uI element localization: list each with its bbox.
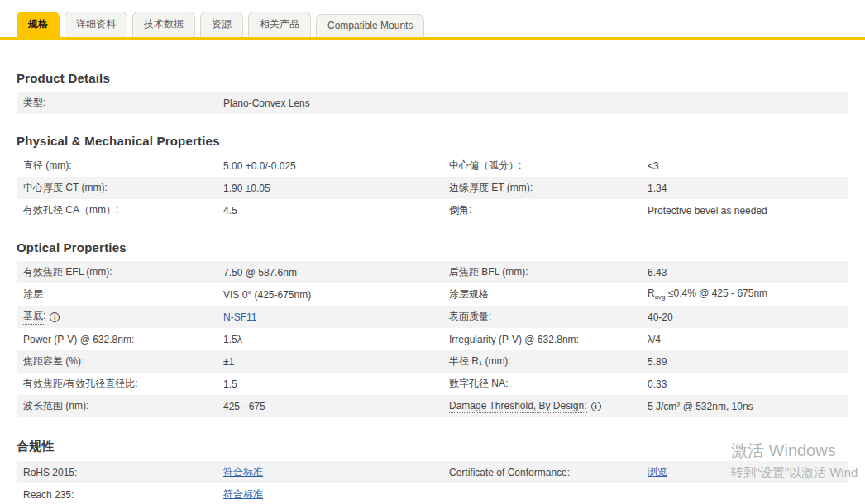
spec-content: Product Details 类型: Plano-Convex Lens Ph…: [0, 71, 865, 504]
spec-value: 6.43: [648, 267, 667, 278]
spec-value-coating-spec: Ravg ≤0.4% @ 425 - 675nm: [648, 288, 767, 301]
info-icon[interactable]: [591, 402, 601, 411]
spec-label: 直径 (mm):: [17, 159, 223, 173]
spec-label: 焦距容差 (%):: [17, 354, 223, 368]
spec-label: 半径 R₁ (mm):: [449, 354, 648, 368]
spec-label: 波长范围 (nm):: [17, 399, 223, 413]
spec-label: 数字孔径 NA:: [449, 377, 648, 391]
spec-label: Certificate of Conformance:: [449, 467, 648, 478]
table-row: 波长范围 (nm): 425 - 675 Damage Threshold, B…: [17, 395, 848, 417]
table-row: 有效焦距 EFL (mm): 7.50 @ 587.6nm 后焦距 BFL (m…: [17, 261, 848, 283]
spec-label: 涂层:: [17, 288, 223, 302]
table-row: Reach 235: 符合标准: [17, 483, 848, 504]
tab-compatible-mounts[interactable]: Compatible Mounts: [316, 14, 424, 37]
spec-label: Damage Threshold, By Design:: [449, 400, 648, 413]
spec-label: 中心厚度 CT (mm):: [17, 181, 223, 195]
spec-label: 边缘厚度 ET (mm):: [449, 181, 648, 195]
substrate-label-tooltip[interactable]: 基底:: [23, 309, 45, 325]
spec-value: ±1: [223, 356, 234, 368]
spec-value: 40-20: [648, 311, 673, 323]
spec-value: 1.90 ±0.05: [223, 183, 270, 194]
spec-label: 表面质量:: [449, 310, 648, 324]
spec-label: Reach 235:: [17, 489, 223, 501]
spec-label: 有效孔径 CA（mm）:: [17, 203, 223, 217]
spec-value: 425 - 675: [223, 401, 265, 412]
table-row: 有效焦距/有效孔径直径比: 1.5 数字孔径 NA: 0.33: [17, 373, 848, 395]
spec-value: 5.89: [648, 356, 667, 368]
certificate-view-link[interactable]: 浏览: [648, 465, 667, 479]
compliance-table: RoHS 2015: 符合标准 Certificate of Conforman…: [17, 461, 848, 504]
table-row: 基底: N-SF11 表面质量: 40-20: [17, 306, 848, 328]
section-title-optical: Optical Properties: [17, 240, 848, 254]
spec-label: Power (P-V) @ 632.8nm:: [17, 334, 223, 345]
table-row: 焦距容差 (%): ±1 半径 R₁ (mm): 5.89: [17, 350, 848, 373]
product-details-table: 类型: Plano-Convex Lens: [17, 92, 848, 114]
spec-value: Protective bevel as needed: [648, 205, 767, 216]
spec-label: 有效焦距 EFL (mm):: [17, 265, 223, 279]
spec-label: 有效焦距/有效孔径直径比:: [17, 377, 223, 391]
table-row: RoHS 2015: 符合标准 Certificate of Conforman…: [17, 461, 848, 483]
table-row: 直径 (mm): 5.00 +0.0/-0.025 中心偏（弧分）: <3: [17, 155, 848, 177]
spec-label: 类型:: [17, 96, 223, 110]
spec-value: Plano-Convex Lens: [223, 97, 310, 109]
info-icon[interactable]: [50, 312, 60, 322]
table-row: 类型: Plano-Convex Lens: [17, 92, 848, 114]
substrate-link[interactable]: N-SF11: [223, 311, 256, 323]
spec-label: Irregularity (P-V) @ 632.8nm:: [449, 334, 648, 345]
damage-threshold-label-tooltip[interactable]: Damage Threshold, By Design:: [449, 400, 587, 413]
spec-value: 5 J/cm² @ 532nm, 10ns: [648, 401, 753, 412]
spec-label: 倒角:: [449, 203, 648, 217]
spec-value: 7.50 @ 587.6nm: [223, 267, 297, 278]
reach-compliant-link[interactable]: 符合标准: [223, 487, 263, 502]
spec-label: 中心偏（弧分）:: [449, 159, 648, 173]
tab-technical-data[interactable]: 技术数据: [132, 12, 195, 37]
table-row: 有效孔径 CA（mm）: 4.5 倒角: Protective bevel as…: [17, 199, 848, 221]
spec-value: 1.5: [223, 378, 237, 390]
spec-value: 4.5: [223, 205, 237, 216]
spec-value: VIS 0° (425-675nm): [223, 289, 311, 301]
spec-label: RoHS 2015:: [17, 467, 223, 478]
spec-label: 基底:: [17, 309, 223, 325]
tab-resources[interactable]: 资源: [200, 12, 243, 37]
optical-properties-table: 有效焦距 EFL (mm): 7.50 @ 587.6nm 后焦距 BFL (m…: [17, 261, 848, 417]
spec-label: 后焦距 BFL (mm):: [449, 265, 648, 279]
table-row: 中心厚度 CT (mm): 1.90 ±0.05 边缘厚度 ET (mm): 1…: [17, 177, 848, 199]
tab-related-products[interactable]: 相关产品: [248, 12, 311, 37]
spec-value: 1.34: [648, 183, 667, 194]
tab-details[interactable]: 详细资料: [65, 12, 127, 37]
section-title-compliance: 合规性: [17, 439, 848, 454]
product-spec-page: 规格 详细资料 技术数据 资源 相关产品 Compatible Mounts P…: [0, 0, 865, 504]
table-row: 涂层: VIS 0° (425-675nm) 涂层规格: Ravg ≤0.4% …: [17, 283, 848, 306]
spec-value: 1.5λ: [223, 334, 242, 345]
physical-properties-table: 直径 (mm): 5.00 +0.0/-0.025 中心偏（弧分）: <3 中心…: [17, 155, 848, 221]
spec-value: 0.33: [648, 378, 667, 390]
subscript: avg: [655, 294, 666, 302]
spec-value: 5.00 +0.0/-0.025: [223, 160, 296, 172]
section-title-physical: Physical & Mechanical Properties: [17, 134, 848, 148]
section-title-product-details: Product Details: [17, 71, 848, 85]
spec-label: 涂层规格:: [449, 288, 648, 302]
tab-specs[interactable]: 规格: [17, 12, 60, 37]
table-row: Power (P-V) @ 632.8nm: 1.5λ Irregularity…: [17, 328, 848, 350]
spec-value: <3: [648, 160, 659, 172]
tab-bar: 规格 详细资料 技术数据 资源 相关产品 Compatible Mounts: [0, 0, 865, 40]
spec-value: λ/4: [648, 334, 661, 345]
rohs-compliant-link[interactable]: 符合标准: [223, 465, 263, 479]
